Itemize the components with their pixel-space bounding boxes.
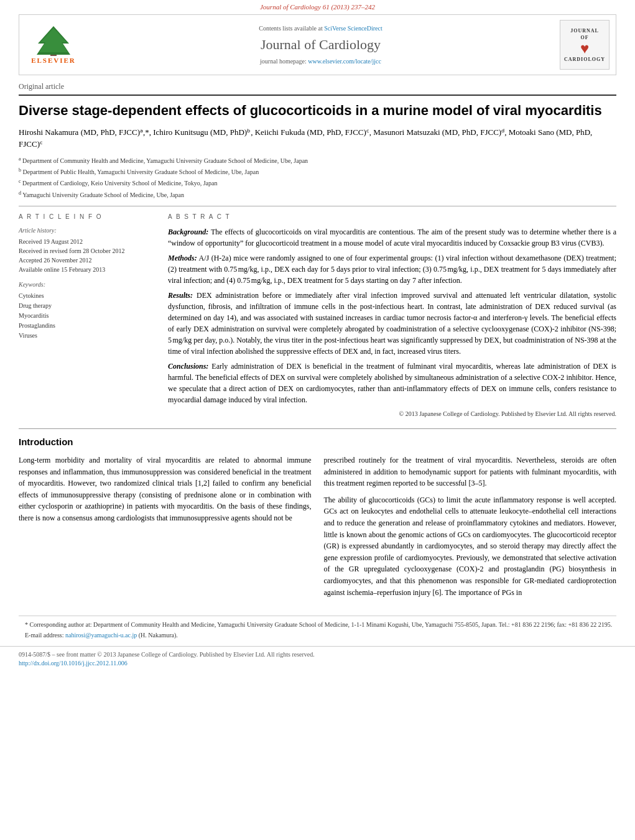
email-note: E-mail address: nahirosi@yamaguchi-u.ac.… xyxy=(25,630,616,640)
sciverse-link[interactable]: SciVerse ScienceDirect xyxy=(324,25,382,32)
abstract-background: Background: The effects of glucocorticoi… xyxy=(168,226,616,249)
journal-homepage-link[interactable]: www.elsevier.com/locate/jjcc xyxy=(308,58,381,65)
keyword-myocarditis: Myocarditis xyxy=(19,311,155,321)
abstract-conclusions-text: Early administration of DEX is beneficia… xyxy=(168,362,616,404)
intro-para-1: Long-term morbidity and mortality of vir… xyxy=(19,455,312,524)
jc-logo-title: JOURNALof xyxy=(570,27,599,41)
article-info-header: A R T I C L E I N F O xyxy=(19,213,155,221)
introduction-columns: Long-term morbidity and mortality of vir… xyxy=(19,455,616,603)
date-received: Received 19 August 2012 xyxy=(19,237,155,246)
keywords-block: Keywords: Cytokines Drug therapy Myocard… xyxy=(19,280,155,341)
affiliation-c: c Department of Cardiology, Keio Univers… xyxy=(19,178,616,188)
history-label: Article history: xyxy=(19,226,155,235)
abstract-results: Results: DEX administration before or im… xyxy=(168,290,616,357)
article-type: Original article xyxy=(19,75,616,96)
introduction-col1: Long-term morbidity and mortality of vir… xyxy=(19,455,312,603)
authors-text: Hiroshi Nakamura (MD, PhD, FJCC)ᵃ,*, Ich… xyxy=(19,127,592,149)
keyword-viruses: Viruses xyxy=(19,331,155,341)
intro-para-2: prescribed routinely for the treatment o… xyxy=(324,455,617,489)
abstract-methods-label: Methods: xyxy=(168,254,197,262)
date-accepted: Accepted 26 November 2012 xyxy=(19,256,155,265)
heart-icon: ♥ xyxy=(580,41,589,56)
intro-para-3: The ability of glucocorticoids (GCs) to … xyxy=(324,494,617,598)
keyword-drug-therapy: Drug therapy xyxy=(19,301,155,311)
keywords-list: Cytokines Drug therapy Myocarditis Prost… xyxy=(19,291,155,341)
abstract-methods: Methods: A/J (H-2a) mice were randomly a… xyxy=(168,252,616,286)
journal-reference: Journal of Cardiology 61 (2013) 237–242 xyxy=(260,3,375,11)
doi-link[interactable]: http://dx.doi.org/10.1016/j.jjcc.2012.11… xyxy=(19,660,127,667)
abstract-background-text: The effects of glucocorticoids on viral … xyxy=(168,228,616,247)
abstract-conclusions-label: Conclusions: xyxy=(168,362,208,371)
affiliation-b: b Department of Public Health, Yamaguchi… xyxy=(19,167,616,177)
elsevier-brand-text: ELSEVIER xyxy=(31,56,76,65)
journal-logo-right: JOURNALof ♥ CARDIOLOGY xyxy=(560,20,610,70)
abstract-column: A B S T R A C T Background: The effects … xyxy=(168,213,616,418)
article-dates: Received 19 August 2012 Received in revi… xyxy=(19,237,155,274)
article-info-column: A R T I C L E I N F O Article history: R… xyxy=(19,213,155,418)
elsevier-tree-icon xyxy=(32,25,75,56)
date-revised: Received in revised form 28 October 2012 xyxy=(19,246,155,256)
keyword-prostaglandins: Prostaglandins xyxy=(19,321,155,331)
article-title: Diverse stage-dependent effects of gluco… xyxy=(19,102,616,120)
corresponding-author-note: * Corresponding author at: Department of… xyxy=(25,620,616,629)
introduction-col2: prescribed routinely for the treatment o… xyxy=(324,455,617,603)
bottom-bar: 0914-5087/$ – see front matter © 2013 Ja… xyxy=(0,646,635,672)
abstract-content: Background: The effects of glucocorticoi… xyxy=(168,226,616,418)
affiliation-a: a Department of Community Health and Med… xyxy=(19,155,616,165)
sciverse-text: Contents lists available at SciVerse Sci… xyxy=(88,24,554,33)
abstract-methods-text: A/J (H-2a) mice were randomly assigned t… xyxy=(168,254,616,285)
email-suffix: (H. Nakamura). xyxy=(137,632,178,639)
email-label: E-mail address: xyxy=(25,632,63,639)
main-content: Original article Diverse stage-dependent… xyxy=(0,75,635,640)
affiliations: a Department of Community Health and Med… xyxy=(19,155,616,200)
journal-center-header: Contents lists available at SciVerse Sci… xyxy=(88,24,554,66)
doi-line: http://dx.doi.org/10.1016/j.jjcc.2012.11… xyxy=(19,659,616,668)
svg-marker-2 xyxy=(39,28,68,52)
article-history-block: Article history: Received 19 August 2012… xyxy=(19,226,155,274)
abstract-copyright: © 2013 Japanese College of Cardiology. P… xyxy=(168,409,616,418)
abstract-conclusions: Conclusions: Early administration of DEX… xyxy=(168,361,616,405)
jc-logo-subtitle: CARDIOLOGY xyxy=(564,56,605,63)
abstract-results-text: DEX administration before or immediately… xyxy=(168,291,616,356)
authors: Hiroshi Nakamura (MD, PhD, FJCC)ᵃ,*, Ich… xyxy=(19,126,616,150)
article-info-abstract-section: A R T I C L E I N F O Article history: R… xyxy=(19,213,616,418)
abstract-results-label: Results: xyxy=(168,291,193,300)
introduction-section: Introduction Long-term morbidity and mor… xyxy=(19,428,616,603)
introduction-title: Introduction xyxy=(19,435,616,448)
keywords-label: Keywords: xyxy=(19,280,155,289)
date-online: Available online 15 February 2013 xyxy=(19,265,155,274)
abstract-background-label: Background: xyxy=(168,228,208,236)
keyword-cytokines: Cytokines xyxy=(19,291,155,301)
journal-header: ELSEVIER Contents lists available at Sci… xyxy=(19,14,616,75)
footnote-area: * Corresponding author at: Department of… xyxy=(19,616,616,640)
elsevier-logo-container: ELSEVIER xyxy=(25,25,81,65)
email-link[interactable]: nahirosi@yamaguchi-u.ac.jp xyxy=(65,632,137,639)
abstract-header: A B S T R A C T xyxy=(168,213,616,221)
header-divider xyxy=(19,206,616,206)
journal-reference-bar: Journal of Cardiology 61 (2013) 237–242 xyxy=(0,0,635,14)
issn-line: 0914-5087/$ – see front matter © 2013 Ja… xyxy=(19,650,616,659)
journal-title-header: Journal of Cardiology xyxy=(88,35,554,55)
affiliation-d: d Yamaguchi University Graduate School o… xyxy=(19,190,616,200)
journal-homepage: journal homepage: www.elsevier.com/locat… xyxy=(88,57,554,66)
